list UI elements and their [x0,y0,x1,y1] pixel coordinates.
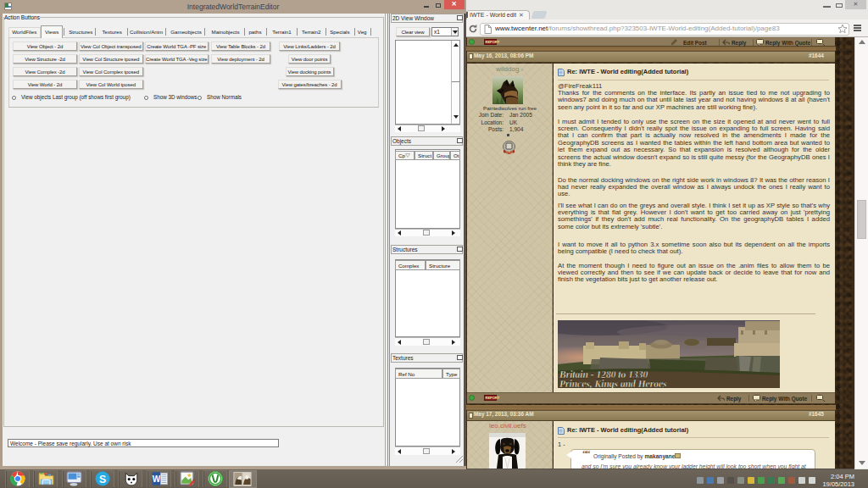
svg-text:2010: 2010 [505,150,514,154]
svg-text:Princes, Kings and Heroes: Princes, Kings and Heroes [559,379,667,388]
svg-text:W: W [153,474,161,484]
svg-text:S: S [99,474,106,485]
